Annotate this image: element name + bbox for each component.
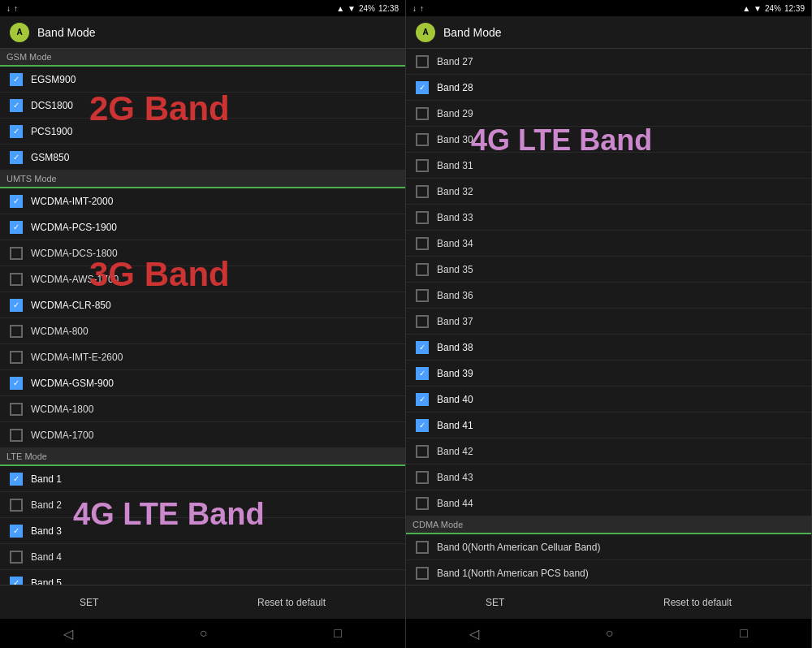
status-right-info: ▲ ▼ 24% 12:38	[336, 4, 399, 13]
list-item[interactable]: Band 5	[0, 570, 405, 585]
list-item[interactable]: Band 32	[406, 179, 811, 205]
list-item[interactable]: WCDMA-IMT-E-2600	[0, 344, 405, 370]
wcdma-gsm900-checkbox[interactable]	[10, 377, 23, 390]
list-item[interactable]: Band 1(North American PCS band)	[406, 560, 811, 585]
band42-checkbox[interactable]	[416, 445, 429, 458]
list-item[interactable]: Band 3	[0, 518, 405, 544]
list-item[interactable]: Band 38	[406, 335, 811, 361]
list-item[interactable]: WCDMA-800	[0, 318, 405, 344]
list-item[interactable]: Band 29	[406, 101, 811, 127]
recents-nav-icon[interactable]: □	[334, 626, 342, 641]
band31-checkbox[interactable]	[416, 159, 429, 172]
wcdma-imte2600-checkbox[interactable]	[10, 351, 23, 364]
list-item[interactable]: Band 39	[406, 361, 811, 387]
band36-label: Band 36	[437, 290, 473, 301]
list-item[interactable]: PCS1900	[0, 119, 405, 145]
wcdma-pcs1900-checkbox[interactable]	[10, 221, 23, 234]
band29-checkbox[interactable]	[416, 107, 429, 120]
list-item[interactable]: Band 30	[406, 127, 811, 153]
wcdma-800-label: WCDMA-800	[31, 326, 89, 337]
band27-checkbox[interactable]	[416, 55, 429, 68]
egsm900-checkbox[interactable]	[10, 73, 23, 86]
band5-checkbox[interactable]	[10, 577, 23, 585]
list-item[interactable]: Band 44	[406, 490, 811, 516]
egsm900-label: EGSM900	[31, 74, 76, 85]
list-item[interactable]: Band 34	[406, 231, 811, 257]
back-nav-icon[interactable]: ◁	[63, 626, 73, 642]
wcdma-aws1700-checkbox[interactable]	[10, 273, 23, 286]
list-item[interactable]: Band 42	[406, 438, 811, 464]
wifi-icon: ▼	[348, 4, 356, 13]
list-item[interactable]: Band 37	[406, 309, 811, 335]
wcdma-imt2000-checkbox[interactable]	[10, 195, 23, 208]
content-left[interactable]: GSM Mode EGSM900 DCS1800 PCS1900 GSM850 …	[0, 49, 405, 585]
content-right[interactable]: Band 27 Band 28 Band 29 Band 30 Band 31 …	[406, 49, 811, 585]
list-item[interactable]: Band 31	[406, 153, 811, 179]
band44-checkbox[interactable]	[416, 497, 429, 510]
list-item[interactable]: WCDMA-IMT-2000	[0, 188, 405, 214]
dcs1800-checkbox[interactable]	[10, 99, 23, 112]
band35-checkbox[interactable]	[416, 263, 429, 276]
pcs1900-checkbox[interactable]	[10, 125, 23, 138]
list-item[interactable]: EGSM900	[0, 67, 405, 93]
wcdma-1800-checkbox[interactable]	[10, 403, 23, 416]
reset-button-right[interactable]: Reset to default	[647, 590, 748, 615]
band2-checkbox[interactable]	[10, 499, 23, 512]
wcdma-800-checkbox[interactable]	[10, 325, 23, 338]
list-item[interactable]: Band 36	[406, 283, 811, 309]
band1-checkbox[interactable]	[10, 473, 23, 486]
band40-checkbox[interactable]	[416, 393, 429, 406]
band43-checkbox[interactable]	[416, 471, 429, 484]
home-nav-icon-right[interactable]: ○	[606, 626, 614, 641]
home-nav-icon[interactable]: ○	[200, 626, 208, 641]
list-item[interactable]: Band 0(North American Celluar Band)	[406, 534, 811, 560]
band4-checkbox[interactable]	[10, 551, 23, 564]
list-item[interactable]: Band 43	[406, 464, 811, 490]
list-item[interactable]: Band 41	[406, 413, 811, 438]
status-bar-right: ↓ ↑ ▲ ▼ 24% 12:39	[406, 0, 811, 16]
list-item[interactable]: Band 4	[0, 544, 405, 570]
reset-button-left[interactable]: Reset to default	[241, 590, 342, 615]
cdma0-checkbox[interactable]	[416, 541, 429, 554]
band3-label: Band 3	[31, 525, 62, 537]
back-nav-icon-right[interactable]: ◁	[469, 626, 479, 642]
wcdma-dcs1800-checkbox[interactable]	[10, 247, 23, 260]
list-item[interactable]: Band 1	[0, 466, 405, 492]
band37-checkbox[interactable]	[416, 315, 429, 328]
wcdma-imt2000-label: WCDMA-IMT-2000	[31, 196, 113, 207]
battery-level-right: 24%	[765, 4, 781, 13]
band32-checkbox[interactable]	[416, 185, 429, 198]
list-item[interactable]: WCDMA-GSM-900	[0, 370, 405, 396]
band28-checkbox[interactable]	[416, 81, 429, 94]
list-item[interactable]: WCDMA-1700	[0, 422, 405, 448]
gsm850-checkbox[interactable]	[10, 151, 23, 164]
band33-checkbox[interactable]	[416, 211, 429, 224]
list-item[interactable]: WCDMA-DCS-1800	[0, 240, 405, 266]
list-item[interactable]: Band 28	[406, 75, 811, 101]
list-item[interactable]: Band 33	[406, 205, 811, 231]
set-button-right[interactable]: SET	[469, 590, 520, 615]
gsm-section-header: GSM Mode	[0, 49, 405, 67]
list-item[interactable]: WCDMA-CLR-850	[0, 292, 405, 318]
list-item[interactable]: Band 35	[406, 257, 811, 283]
list-item[interactable]: DCS1800	[0, 93, 405, 119]
list-item[interactable]: Band 2	[0, 492, 405, 518]
list-item[interactable]: GSM850	[0, 145, 405, 171]
wcdma-clr850-checkbox[interactable]	[10, 299, 23, 312]
band41-checkbox[interactable]	[416, 419, 429, 432]
list-item[interactable]: WCDMA-PCS-1900	[0, 214, 405, 240]
band30-checkbox[interactable]	[416, 133, 429, 146]
band34-checkbox[interactable]	[416, 237, 429, 250]
list-item[interactable]: Band 27	[406, 49, 811, 75]
band39-checkbox[interactable]	[416, 367, 429, 380]
wcdma-1700-checkbox[interactable]	[10, 429, 23, 442]
band36-checkbox[interactable]	[416, 289, 429, 302]
list-item[interactable]: WCDMA-AWS-1700	[0, 266, 405, 292]
recents-nav-icon-right[interactable]: □	[740, 626, 748, 641]
band38-checkbox[interactable]	[416, 341, 429, 354]
set-button-left[interactable]: SET	[63, 590, 114, 615]
cdma1-checkbox[interactable]	[416, 567, 429, 580]
list-item[interactable]: Band 40	[406, 387, 811, 413]
band3-checkbox[interactable]	[10, 525, 23, 538]
list-item[interactable]: WCDMA-1800	[0, 396, 405, 422]
